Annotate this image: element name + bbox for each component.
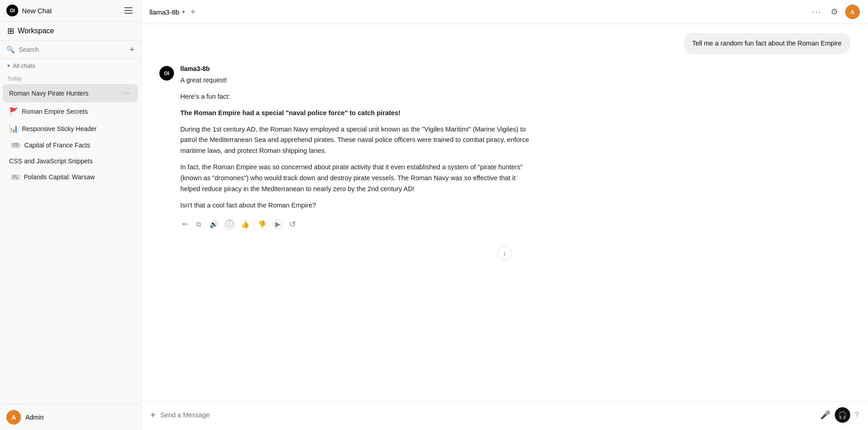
scroll-down-indicator: ↓ [159,242,850,264]
chat-item-text-roman-navy: Roman Navy Pirate Hunters [9,90,88,97]
help-button[interactable]: ? [855,411,859,419]
ai-response-text: A great request! Here's a fun fact: The … [180,75,533,211]
main-header: llama3-8b ▾ + ··· ⚙ A [141,0,868,24]
chat-item-css-js[interactable]: CSS and JavaScript Snippets [3,153,138,169]
attach-button[interactable]: + [150,410,156,420]
info-button[interactable]: ⓘ [225,219,235,229]
search-row: 🔍 + [0,41,141,59]
workspace-icon: ⊞ [7,26,14,36]
chat-badge-france-facts: FR [11,142,20,148]
copy-response-button[interactable]: ⧉ [194,218,203,230]
play-button[interactable]: ▶ [273,219,283,229]
chat-item-text-france-facts: Capital of France Facts [24,142,90,149]
user-message-container: Tell me a random fun fact about the Roma… [159,33,850,54]
ai-model-name: llama3-8b [180,65,533,72]
user-message-bubble: Tell me a random fun fact about the Roma… [684,33,850,54]
mic-button[interactable]: 🎤 [820,410,830,420]
chat-item-text-sticky-header: Responsive Sticky Header [22,125,97,132]
message-input[interactable] [160,411,816,419]
all-chats-label: All chats [13,62,35,69]
chevron-down-icon: ▾ [7,63,10,69]
ai-closing: Isn't that a cool fact about the Roman E… [180,200,533,211]
ai-avatar: OI [159,66,174,81]
chat-badge-poland: PL [11,174,20,180]
settings-icon-button[interactable]: ⚙ [829,5,840,19]
user-name-label: Admin [26,414,44,421]
sidebar: OI New Chat ⊞ Workspace 🔍 + ▾ All chats … [0,0,141,430]
header-actions: ··· ⚙ A [810,5,860,19]
avatar: A [6,410,21,425]
hamburger-line-1 [124,7,133,8]
ai-message-container: OI llama3-8b A great request! Here's a f… [159,65,533,231]
speak-response-button[interactable]: 🔊 [208,218,220,230]
search-input[interactable] [19,46,126,53]
message-input-area: + 🎤 🎧 ? [141,401,868,430]
chat-emoji-roman-secrets: 🚩 [9,107,18,116]
workspace-label: Workspace [18,27,54,35]
chat-emoji-sticky-header: 📊 [9,124,18,133]
ai-bold-fact: The Roman Empire had a special "naval po… [180,108,533,119]
new-chat-button[interactable]: OI New Chat [6,5,52,16]
thumbs-down-button[interactable]: 👎 [256,218,268,230]
chat-item-sticky-header[interactable]: 📊Responsive Sticky Header [3,120,138,137]
oi-logo: OI [6,5,18,16]
new-chat-label: New Chat [22,7,52,15]
chat-list: Roman Navy Pirate Hunters···🚩Roman Empir… [0,84,141,185]
chat-area: Tell me a random fun fact about the Roma… [141,24,868,401]
today-section-label: Today [0,73,141,84]
new-search-plus-button[interactable]: + [129,46,134,54]
more-options-button[interactable]: ··· [810,5,823,19]
chat-item-dots-roman-navy[interactable]: ··· [122,88,132,98]
hamburger-line-2 [124,10,133,11]
ai-greeting: A great request! [180,75,533,86]
chat-item-france-facts[interactable]: FRCapital of France Facts [3,137,138,153]
main-panel: llama3-8b ▾ + ··· ⚙ A Tell me a random f… [141,0,868,430]
chat-item-roman-secrets[interactable]: 🚩Roman Empire Secrets [3,103,138,120]
ai-intro: Here's a fun fact: [180,91,533,102]
chat-item-text-roman-secrets: Roman Empire Secrets [22,108,88,115]
scroll-down-button[interactable]: ↓ [497,246,512,260]
ai-paragraph1: During the 1st century AD, the Roman Nav… [180,124,533,157]
search-icon: 🔍 [6,46,15,54]
ai-message-content: llama3-8b A great request! Here's a fun … [180,65,533,231]
sidebar-footer[interactable]: A Admin [0,404,141,430]
chevron-down-icon: ▾ [182,9,185,15]
edit-response-button[interactable]: ✏ [180,218,190,230]
chat-item-text-css-js: CSS and JavaScript Snippets [9,157,93,165]
ai-paragraph2: In fact, the Roman Empire was so concern… [180,162,533,195]
all-chats-toggle[interactable]: ▾ All chats [0,59,141,73]
thumbs-up-button[interactable]: 👍 [239,218,251,230]
add-conversation-button[interactable]: + [189,5,198,19]
ai-action-bar: ✏ ⧉ 🔊 ⓘ 👍 👎 ▶ ↺ [180,218,533,231]
model-selector-button[interactable]: llama3-8b ▾ [149,8,185,16]
chat-item-poland[interactable]: PLPolands Capital: Warsaw [3,169,138,185]
regenerate-button[interactable]: ↺ [287,218,298,231]
hamburger-menu-button[interactable] [123,5,134,15]
sidebar-header: OI New Chat [0,0,141,21]
chat-item-text-poland: Polands Capital: Warsaw [24,173,95,181]
user-avatar-header[interactable]: A [845,5,860,19]
workspace-row[interactable]: ⊞ Workspace [0,21,141,41]
chat-item-roman-navy[interactable]: Roman Navy Pirate Hunters··· [3,84,138,102]
hamburger-line-3 [124,13,133,14]
model-name-label: llama3-8b [149,8,179,16]
headphone-button[interactable]: 🎧 [835,407,850,423]
